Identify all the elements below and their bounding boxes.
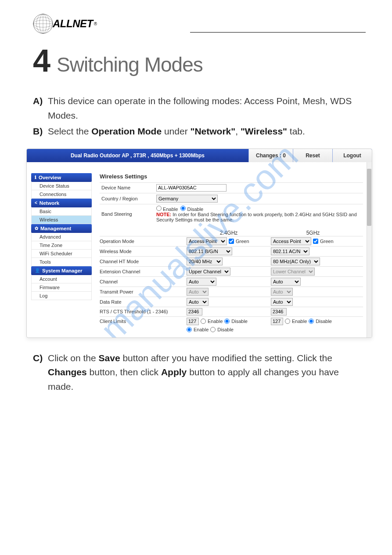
tx-power-24-select[interactable]: Auto: [187, 288, 209, 296]
band-disable-radio[interactable]: [180, 206, 186, 211]
sidebar-item-log[interactable]: Log: [31, 292, 92, 300]
op-mode-5-select[interactable]: Access Point: [271, 237, 311, 245]
main-panel: Wireless Settings Device Name Country / …: [92, 162, 372, 337]
sidebar-header-system-manager[interactable]: 👤System Manager: [31, 266, 92, 275]
device-name-label: Device Name: [100, 182, 155, 193]
col-5ghz-header: 5GHz: [271, 230, 355, 236]
channel-label: Channel: [100, 279, 187, 284]
globe-icon: [33, 13, 55, 34]
section-title: Switching Modes: [57, 53, 203, 76]
ext-channel-5-select[interactable]: Lower Channel: [271, 268, 315, 276]
sidebar-item-advanced[interactable]: Advanced: [31, 233, 92, 241]
band-enable-radio[interactable]: [156, 206, 162, 211]
sidebar-item-firmware[interactable]: Firmware: [31, 283, 92, 292]
share-icon: <: [35, 200, 37, 205]
client-limit-5-enable[interactable]: [285, 319, 290, 324]
sidebar-header-management[interactable]: ✿Management: [31, 224, 92, 233]
sidebar-header-network[interactable]: <Network: [31, 199, 92, 207]
person-icon: 👤: [35, 268, 40, 273]
logout-button[interactable]: Logout: [332, 149, 372, 162]
extra-24-disable[interactable]: [210, 327, 216, 332]
scrollbar[interactable]: [367, 162, 372, 337]
transmit-power-label: Transmit Power: [100, 289, 187, 294]
data-rate-5-select[interactable]: Auto: [271, 298, 293, 306]
client-limit-24-disable[interactable]: [224, 319, 230, 324]
step-c-letter: C): [33, 351, 48, 394]
sidebar-item-device-status[interactable]: Device Status: [31, 182, 92, 190]
band-steering-label: Band Steering: [100, 204, 155, 224]
device-name-input[interactable]: [156, 184, 227, 192]
gear-icon: ✿: [35, 226, 38, 231]
client-limit-5-disable[interactable]: [309, 319, 314, 324]
wireless-mode-label: Wireless Mode: [100, 249, 187, 254]
operation-mode-label: Operation Mode: [100, 239, 187, 244]
ext-channel-24-select[interactable]: Upper Channel: [187, 268, 230, 276]
sidebar-item-connections[interactable]: Connections: [31, 190, 92, 199]
client-limit-24-input[interactable]: [187, 318, 199, 325]
green-24-checkbox[interactable]: [229, 239, 234, 244]
wireless-mode-5-select[interactable]: 802.11 AC/N: [271, 247, 309, 255]
sidebar-item-account[interactable]: Account: [31, 275, 92, 283]
brand-name: ALLNET: [53, 18, 93, 30]
admin-screenshot: manualslive.com Dual Radio Outdoor AP , …: [26, 149, 372, 338]
data-rate-label: Data Rate: [100, 299, 187, 305]
op-mode-24-select[interactable]: Access Point: [187, 237, 227, 245]
sidebar-item-tools[interactable]: Tools: [31, 258, 92, 266]
rts-cts-label: RTS / CTS Threshold (1 - 2346): [100, 309, 187, 314]
rts-5-input[interactable]: [271, 308, 287, 316]
reset-button[interactable]: Reset: [293, 149, 332, 162]
channel-ht-mode-label: Channel HT Mode: [100, 259, 187, 264]
country-label: Country / Region: [100, 193, 155, 204]
step-a-text: This device can operate in the following…: [48, 94, 366, 123]
extension-channel-label: Extension Channel: [100, 269, 187, 274]
panel-title: Wireless Settings: [100, 173, 363, 180]
wireless-mode-24-select[interactable]: 802.11 B/G/N: [187, 247, 232, 255]
channel-24-select[interactable]: Auto: [187, 278, 216, 286]
sidebar: ℹOverview Device Status Connections <Net…: [27, 162, 92, 337]
scrollbar-thumb[interactable]: [367, 169, 371, 226]
client-limit-24-enable[interactable]: [201, 319, 206, 324]
step-b-text: Select the Operation Mode under "Network…: [48, 124, 366, 139]
brand-logo: ALLNET ®: [33, 13, 366, 34]
col-24ghz-header: 2.4GHz: [187, 230, 271, 236]
sidebar-header-overview[interactable]: ℹOverview: [31, 173, 92, 182]
sidebar-item-wireless[interactable]: Wireless: [31, 216, 92, 224]
data-rate-24-select[interactable]: Auto: [187, 298, 209, 306]
sidebar-item-basic[interactable]: Basic: [31, 207, 92, 216]
rts-24-input[interactable]: [187, 308, 202, 316]
step-c-text: Click on the Save button after you have …: [48, 351, 366, 394]
section-number: 4: [33, 47, 50, 74]
sidebar-item-wifi-scheduler[interactable]: WiFi Scheduler: [31, 250, 92, 258]
step-b-letter: B): [33, 124, 48, 139]
client-limits-label: Client Limits: [100, 319, 187, 324]
channel-5-select[interactable]: Auto: [271, 278, 301, 286]
changes-button[interactable]: Changes : 0: [248, 149, 293, 162]
admin-title: Dual Radio Outdoor AP , 3T3R , 450Mbps +…: [27, 149, 248, 162]
ht-mode-24-select[interactable]: 20/40 MHz: [187, 258, 223, 265]
ht-mode-5-select[interactable]: 80 MHz(AC Only): [271, 258, 320, 265]
country-select[interactable]: Germany: [156, 195, 218, 203]
note-text: In order for Band Steering function to w…: [156, 212, 357, 222]
info-icon: ℹ: [35, 175, 36, 180]
tx-power-5-select[interactable]: Auto: [271, 288, 293, 296]
step-a-letter: A): [33, 94, 48, 123]
sidebar-item-timezone[interactable]: Time Zone: [31, 241, 92, 250]
note-label: NOTE:: [156, 212, 171, 217]
registered-mark: ®: [94, 22, 97, 26]
green-5-checkbox[interactable]: [313, 239, 318, 244]
extra-24-enable[interactable]: [187, 327, 192, 332]
client-limit-5-input[interactable]: [271, 318, 283, 325]
header-divider: [190, 32, 366, 33]
